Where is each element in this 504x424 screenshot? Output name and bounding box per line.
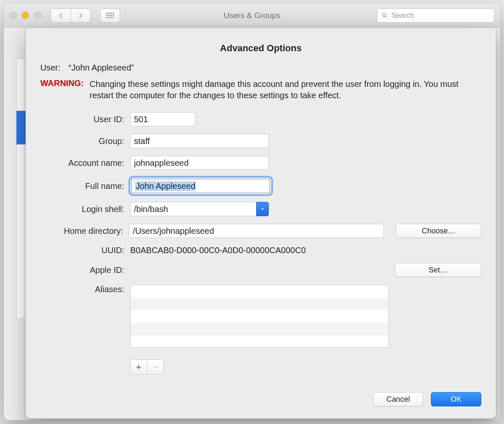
cancel-button[interactable]: Cancel xyxy=(373,392,423,406)
combo-login-shell[interactable] xyxy=(130,202,269,216)
forward-button[interactable] xyxy=(71,8,91,23)
input-account-name[interactable] xyxy=(130,156,269,170)
remove-alias-button[interactable]: － xyxy=(147,360,164,374)
back-button[interactable] xyxy=(50,8,71,23)
user-name-value: “John Appleseed” xyxy=(68,63,134,72)
label-full-name: Full name: xyxy=(40,181,124,191)
aliases-list[interactable] xyxy=(130,285,389,348)
row-full-name: Full name: John Appleseed xyxy=(40,178,481,194)
row-login-shell: Login shell: xyxy=(40,202,481,216)
focus-ring: John Appleseed xyxy=(130,178,271,194)
row-uuid: UUID: B0ABCAB0-D000-00C0-A0D0-00000CA000… xyxy=(40,246,481,255)
uuid-value: B0ABCAB0-D000-00C0-A0D0-00000CA000C0 xyxy=(130,246,306,255)
full-name-selected-text: John Appleseed xyxy=(135,181,196,191)
form: User ID: Group: Account name: Full name:… xyxy=(40,112,481,374)
row-user-id: User ID: xyxy=(40,112,481,126)
nav-back-forward xyxy=(50,8,91,23)
plus-icon: ＋ xyxy=(134,361,143,373)
chevron-left-icon xyxy=(57,12,65,19)
ok-button[interactable]: OK xyxy=(431,392,481,406)
minimize-window-button[interactable] xyxy=(22,12,29,19)
svg-line-1 xyxy=(386,16,387,18)
sheet-footer: Cancel OK xyxy=(373,392,481,406)
login-shell-dropdown-button[interactable] xyxy=(256,202,269,216)
show-all-button[interactable] xyxy=(100,8,120,23)
row-account-name: Account name: xyxy=(40,156,481,170)
close-window-button[interactable] xyxy=(10,12,17,19)
search-input[interactable] xyxy=(391,11,490,20)
sheet-heading: Advanced Options xyxy=(40,43,481,54)
search-icon xyxy=(381,12,388,19)
warning-row: WARNING: Changing these settings might d… xyxy=(40,79,481,101)
warning-label: WARNING: xyxy=(40,79,84,88)
grid-icon xyxy=(106,13,114,18)
warning-text: Changing these settings might damage thi… xyxy=(89,79,481,101)
set-apple-id-button[interactable]: Set… xyxy=(395,263,481,277)
zoom-window-button[interactable] xyxy=(34,12,41,19)
aliases-add-remove: ＋ － xyxy=(130,359,164,374)
user-label: User: xyxy=(40,63,60,72)
row-home-directory: Home directory: Choose… xyxy=(40,224,481,238)
label-group: Group: xyxy=(40,136,124,146)
users-and-groups-window: Users & Groups Advanced Options User: “J… xyxy=(4,4,500,420)
background-users-list xyxy=(16,58,25,319)
label-aliases: Aliases: xyxy=(40,285,124,294)
row-aliases: Aliases: xyxy=(40,285,481,348)
input-login-shell[interactable] xyxy=(130,202,256,216)
label-login-shell: Login shell: xyxy=(40,204,124,214)
add-alias-button[interactable]: ＋ xyxy=(131,360,147,374)
chevron-down-icon xyxy=(260,207,265,212)
choose-home-directory-button[interactable]: Choose… xyxy=(396,224,481,238)
advanced-options-sheet: Advanced Options User: “John Appleseed” … xyxy=(26,28,496,419)
window-titlebar: Users & Groups xyxy=(4,4,500,27)
window-traffic-lights xyxy=(10,12,41,19)
label-home-directory: Home directory: xyxy=(40,226,123,236)
svg-point-0 xyxy=(383,13,386,16)
row-apple-id: Apple ID: Set… xyxy=(40,263,481,277)
label-user-id: User ID: xyxy=(40,115,124,124)
input-full-name[interactable]: John Appleseed xyxy=(131,179,270,193)
label-apple-id: Apple ID: xyxy=(40,265,124,275)
input-user-id[interactable] xyxy=(130,112,195,126)
label-uuid: UUID: xyxy=(40,246,124,255)
minus-icon: － xyxy=(151,361,160,373)
row-group: Group: xyxy=(40,134,481,148)
chevron-right-icon xyxy=(77,12,84,19)
user-line: User: “John Appleseed” xyxy=(40,63,481,73)
search-field[interactable] xyxy=(377,8,494,23)
label-account-name: Account name: xyxy=(40,158,124,168)
input-home-directory[interactable] xyxy=(129,224,384,238)
background-selected-user xyxy=(16,111,26,144)
input-group[interactable] xyxy=(130,134,269,148)
